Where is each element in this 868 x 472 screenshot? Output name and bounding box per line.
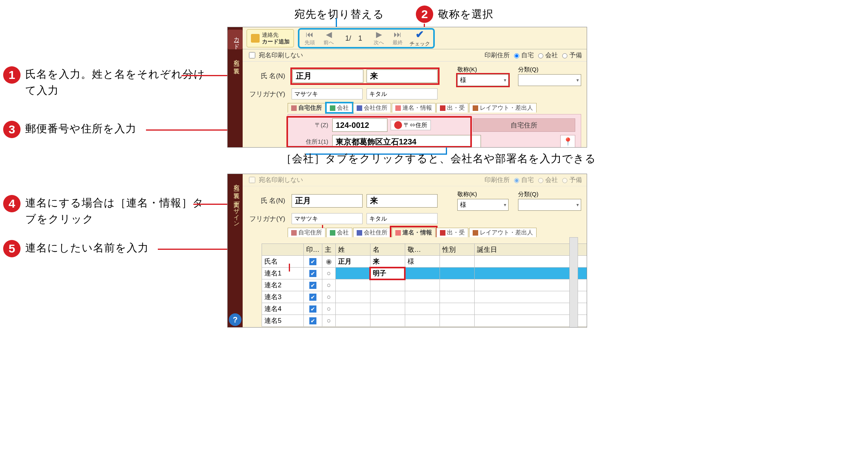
side-tab-list-2[interactable]: 一覧表	[228, 185, 243, 191]
callout-5-text: 連名にしたい名前を入力	[25, 240, 149, 256]
category-select[interactable]	[518, 74, 581, 86]
print-addr-home-radio[interactable]	[514, 53, 519, 58]
check-icon: ✔	[415, 29, 424, 39]
name-form-area-2: 氏 名(N) 敬称(K) 分類(Q) フリガナ(Y)	[243, 186, 587, 328]
home-address-button[interactable]: 自宅住所	[473, 118, 575, 132]
surname-input[interactable]	[292, 69, 363, 83]
address-tabs-2: 自宅住所 会社 会社住所 連名・情報 出・受 レイアウト・差出人	[248, 225, 581, 237]
joint-row-5[interactable]: 連名5 ✔ ○	[262, 315, 587, 327]
print-addr-spare[interactable]: 予備	[560, 51, 582, 60]
furigana-mei-input-2[interactable]	[367, 213, 438, 224]
nav-last-button[interactable]: ⏭最終	[388, 29, 407, 48]
side-tab-atena[interactable]: 宛名	[228, 52, 243, 58]
nav-first-button[interactable]: ⏮先頭	[300, 29, 319, 48]
callout-4-text: 連名にする場合は［連名・情報］タブをクリック	[25, 195, 208, 227]
company-icon	[330, 105, 335, 111]
note-switch-recipient: 宛先を切り替える	[294, 6, 384, 22]
tab-company[interactable]: 会社	[326, 103, 352, 112]
furigana-mei-input[interactable]	[367, 88, 438, 99]
callout-4: 4 連名にする場合は［連名・情報］タブをクリック	[3, 195, 208, 227]
nav-prev-button[interactable]: ◀前へ	[319, 29, 338, 48]
inout-icon	[440, 105, 445, 111]
tab-home-address-2[interactable]: 自宅住所	[288, 228, 326, 237]
no-print-text: 宛名印刷しない	[259, 51, 303, 60]
name-label-2: 氏 名(N)	[248, 196, 288, 205]
surname-input-2[interactable]	[292, 194, 363, 208]
print-addr-spare-radio[interactable]	[562, 53, 567, 58]
category-select-wrap	[518, 74, 581, 86]
tab-company-address[interactable]: 会社住所	[353, 103, 391, 112]
side-tab-atena-2[interactable]: 宛名	[228, 176, 243, 183]
side-tab-list[interactable]: 一覧表	[228, 60, 243, 67]
add-contact-card-button[interactable]: 連絡先カード追加	[247, 29, 294, 47]
prev-icon: ◀	[326, 30, 332, 38]
add-card-label: 連絡先カード追加	[262, 32, 290, 44]
joint-row-1[interactable]: 連名1 ✔ ○ 明子	[262, 268, 587, 279]
print-options-row: 宛名印刷しない 印刷住所 自宅 会社 予備	[243, 49, 587, 62]
print-addr-home[interactable]: 自宅	[512, 51, 534, 60]
add-card-icon	[251, 34, 260, 43]
joint-row-main[interactable]: 氏名 ✔ ◉ 正月 来 様	[262, 256, 587, 268]
callout-2: 2 敬称を選択	[416, 6, 494, 23]
furigana-sei-input[interactable]	[292, 88, 363, 99]
tab-joint-info[interactable]: 連名・情報	[392, 103, 436, 112]
tab-layout-sender-2[interactable]: レイアウト・差出人	[469, 228, 537, 237]
callout-1: 1 氏名を入力。姓と名をそれぞれ分けて入力	[3, 66, 208, 98]
no-print-checkbox-2[interactable]	[249, 177, 255, 183]
callout-5-number: 5	[3, 240, 21, 257]
leader-4v2	[322, 225, 323, 228]
layout-icon	[473, 105, 478, 111]
joint-row-2[interactable]: 連名2 ✔ ○	[262, 279, 587, 291]
category-select-2[interactable]	[518, 199, 581, 211]
joint-header-row: 印… 主 姓 名 敬… 性別 誕生日	[262, 244, 587, 256]
tab-joint-info-2[interactable]: 連名・情報	[392, 228, 436, 237]
help-bubble-icon[interactable]: ?	[229, 313, 241, 326]
tab-company-2[interactable]: 会社	[326, 228, 352, 237]
honorific-select[interactable]	[457, 74, 509, 86]
tab-inout[interactable]: 出・受	[436, 103, 468, 112]
given-name-input[interactable]	[367, 69, 438, 83]
note-switch-recipient-text: 宛先を切り替える	[294, 6, 384, 22]
tab-company-address-2[interactable]: 会社住所	[353, 228, 391, 237]
print-options-row-2: 宛名印刷しない 印刷住所 自宅 会社 予備	[243, 174, 587, 186]
callout-2-number: 2	[416, 6, 433, 23]
name-inputs-group	[292, 69, 438, 84]
no-print-checkbox-label[interactable]: 宛名印刷しない	[247, 51, 303, 60]
nav-check-button[interactable]: ✔チェック	[407, 29, 432, 48]
map-pin-icon: 📍	[563, 137, 573, 146]
tab-layout-sender[interactable]: レイアウト・差出人	[469, 103, 537, 112]
side-tab-card[interactable]: カード	[228, 30, 243, 49]
tab-home-address[interactable]: 自宅住所	[288, 103, 326, 112]
name-label: 氏 名(N)	[248, 71, 288, 81]
map-pin-button[interactable]: 📍	[560, 135, 575, 148]
joint-name-table: 印… 主 姓 名 敬… 性別 誕生日 氏名 ✔ ◉ 正月	[262, 243, 587, 327]
record-nav-cluster: ⏮先頭 ◀前へ 1/ 1 ▶次へ ⏭最終 ✔チェック	[298, 28, 435, 49]
print-check-icon: ✔	[309, 258, 316, 265]
callout-3-highlight	[286, 116, 472, 148]
nav-next-button[interactable]: ▶次へ	[369, 29, 388, 48]
joint-row-4[interactable]: 連名4 ✔ ○	[262, 303, 587, 315]
company-tab-note: ［会社］タブをクリックすると、会社名や部署名を入力できる	[281, 152, 596, 166]
callout-3-number: 3	[3, 121, 21, 138]
honorific-select-2[interactable]	[457, 199, 509, 211]
name-form-area: 氏 名(N) 敬称(K) 分類(Q)	[243, 62, 587, 148]
given-name-input-2[interactable]	[367, 194, 438, 208]
print-addr-company-radio[interactable]	[538, 53, 543, 58]
side-tab-strip: カード 宛名 一覧表	[228, 27, 243, 147]
toolbar: 連絡先カード追加 ⏮先頭 ◀前へ 1/ 1 ▶次へ ⏭最終 ✔チェック	[243, 27, 587, 49]
joint-table-scrollbar[interactable]	[569, 237, 578, 328]
honorific-select-wrap	[457, 74, 509, 86]
tab-inout-2[interactable]: 出・受	[436, 228, 468, 237]
next-icon: ▶	[376, 30, 382, 38]
callout-4-number: 4	[3, 195, 21, 212]
callout-3: 3 郵便番号や住所を入力	[3, 121, 137, 138]
no-print-checkbox-label-2[interactable]: 宛名印刷しない	[247, 176, 303, 184]
side-tab-bunmen[interactable]: 文面デザイン	[228, 194, 243, 227]
company-tab-note-text: ［会社］タブをクリックすると、会社名や部署名を入力できる	[281, 153, 596, 165]
first-icon: ⏮	[306, 30, 314, 38]
furigana-sei-input-2[interactable]	[292, 213, 363, 224]
joint-row-3[interactable]: 連名3 ✔ ○	[262, 291, 587, 303]
no-print-checkbox[interactable]	[249, 52, 255, 58]
joint-name-1-input[interactable]: 明子	[370, 268, 405, 279]
print-addr-company[interactable]: 会社	[536, 51, 558, 60]
